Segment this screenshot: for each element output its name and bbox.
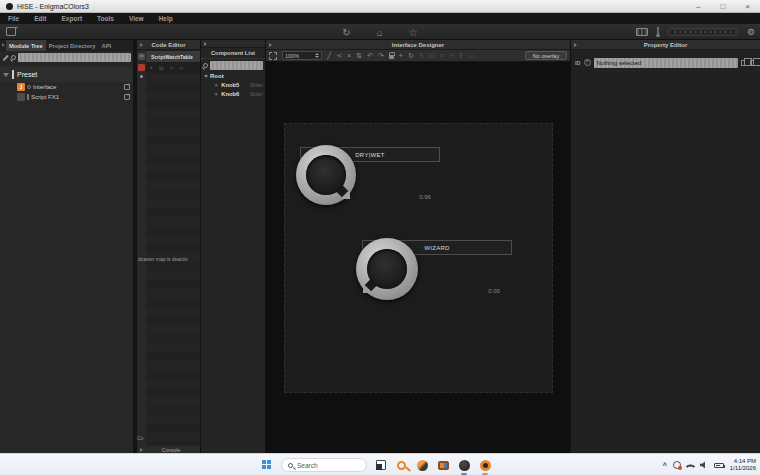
task-view-button[interactable] [376, 460, 386, 470]
tree-root[interactable]: Root [201, 72, 265, 80]
popout-icon[interactable] [124, 84, 130, 90]
paste-icon[interactable] [750, 60, 756, 66]
tab-module-tree[interactable]: Module Tree [6, 40, 46, 51]
taskbar-search[interactable]: Search [281, 458, 367, 472]
component-name: Knob5 [221, 82, 239, 88]
tab-script-watch-table[interactable]: ScriptWatchTable [146, 51, 200, 62]
help-icon[interactable]: ? [584, 59, 591, 66]
component-type: Slider [250, 82, 265, 88]
battery-icon[interactable] [714, 463, 724, 468]
grid-icon[interactable]: ⊞ [159, 64, 164, 71]
preset-label: Preset [17, 71, 37, 78]
stepper-icon[interactable] [315, 53, 319, 58]
sync-alert-icon[interactable] [673, 461, 681, 469]
console-header[interactable]: Console [137, 446, 205, 453]
new-layout-icon[interactable] [6, 27, 16, 36]
refresh-icon[interactable]: ↻ [342, 27, 350, 38]
title-bar: HISE - EnigmaCOlors3 – □ × [0, 0, 760, 13]
collapse-icon[interactable] [2, 43, 5, 47]
knob-wizard[interactable] [356, 238, 418, 300]
delete-icon[interactable]: × [347, 50, 351, 62]
code-editor-title: Code Editor [152, 42, 186, 48]
maximize-button[interactable]: □ [720, 0, 725, 13]
main-toolbar: ↻ ⌂ ☆ ⚙ [0, 24, 760, 40]
popout-icon[interactable] [124, 94, 130, 100]
module-search-input[interactable] [18, 53, 131, 62]
wifi-icon[interactable] [685, 462, 695, 472]
component-list-panel: Component List Root ✳ Knob5 Slider ✳ Kno… [200, 40, 265, 453]
tray-expand-icon[interactable]: ^ [663, 462, 667, 469]
gear-icon[interactable]: ⚙ [747, 27, 755, 37]
clock-icon[interactable]: ◔ [149, 65, 153, 71]
move-icon[interactable]: ⇅ [356, 50, 362, 62]
rotate-icon[interactable]: ↻ [408, 50, 414, 62]
taskbar-app-files[interactable] [437, 459, 449, 471]
align-top-icon[interactable]: Ш [428, 50, 434, 62]
module-item-script-fx[interactable]: Script FX1 [17, 92, 130, 102]
collapse-icon[interactable] [140, 43, 143, 47]
copy-icon[interactable] [741, 60, 747, 66]
bypass-icon[interactable] [27, 85, 31, 89]
preset-row[interactable]: Preset [0, 67, 133, 82]
align-rows-icon[interactable]: ≡ [440, 50, 444, 62]
menu-export[interactable]: Export [61, 15, 82, 22]
taskbar-app-disc[interactable] [416, 459, 428, 471]
error-icon[interactable] [138, 64, 145, 71]
script-file-icon[interactable]: sh [138, 53, 145, 60]
clock-time: 4:14 PM [730, 458, 756, 465]
chevron-down-icon[interactable] [204, 75, 208, 78]
zoom-select[interactable]: 100% [282, 51, 322, 60]
clock-date: 1/11/2026 [730, 465, 756, 472]
close-button[interactable]: × [745, 0, 750, 13]
designer-canvas[interactable]: DRY|WET 0.96 WIZARD 0.00 [266, 62, 570, 453]
menu-view[interactable]: View [129, 15, 144, 22]
search-placeholder: Search [297, 462, 318, 469]
menu-help[interactable]: Help [159, 15, 173, 22]
component-list-collapse-bar[interactable] [201, 40, 265, 48]
clear-icon[interactable]: × [170, 65, 174, 71]
star-icon[interactable]: ☆ [409, 27, 418, 38]
chevron-down-icon[interactable] [3, 73, 9, 77]
collapse-icon[interactable] [140, 448, 143, 452]
taskbar-app-key[interactable] [395, 459, 407, 471]
undo-icon[interactable]: ↶ [367, 50, 373, 62]
collapse-icon[interactable] [574, 43, 577, 47]
component-row-knob6[interactable]: ✳ Knob6 Slider [201, 89, 265, 98]
distribute-v-icon[interactable]: Ⅱ [459, 50, 462, 62]
link-icon[interactable]: ∞ [179, 65, 183, 71]
align-left-icon[interactable]: Ǝ [419, 50, 424, 62]
volume-icon[interactable] [700, 461, 708, 469]
collapse-icon[interactable] [269, 43, 272, 47]
taskbar-clock[interactable]: 4:14 PM 1/11/2026 [730, 458, 756, 472]
tab-api[interactable]: API [99, 40, 115, 51]
component-search-input[interactable] [210, 61, 263, 70]
add-icon[interactable]: + [399, 50, 403, 62]
menu-edit[interactable]: Edit [34, 15, 46, 22]
knob-drywet[interactable] [296, 145, 356, 205]
tab-project-directory[interactable]: Project Directory [46, 40, 99, 51]
interface-canvas[interactable]: DRY|WET 0.96 WIZARD 0.00 [284, 123, 553, 393]
pencil-icon[interactable]: ╱ [327, 50, 331, 62]
distribute-h-icon[interactable]: H [449, 50, 454, 62]
redo-icon[interactable]: ↷ [378, 50, 384, 62]
overlay-select[interactable]: No overlay [525, 51, 567, 60]
taskbar-app-hise[interactable] [479, 459, 491, 471]
select-tool-icon[interactable] [269, 52, 277, 60]
start-button[interactable] [262, 460, 272, 470]
menu-file[interactable]: File [8, 15, 19, 22]
keyboard-icon[interactable] [636, 28, 648, 36]
component-list-title: Component List [201, 48, 265, 59]
module-item-interface[interactable]: J Interface [17, 82, 130, 92]
menu-tools[interactable]: Tools [97, 15, 114, 22]
connect-icon[interactable]: ≺ [336, 50, 342, 62]
taskbar-app-dark-circle[interactable] [458, 459, 470, 471]
home-icon[interactable]: ⌂ [377, 27, 383, 38]
selection-status-field[interactable]: Nothing selected [594, 58, 739, 68]
lock-icon[interactable] [389, 55, 394, 59]
collapse-icon[interactable] [204, 42, 207, 46]
component-row-knob5[interactable]: ✳ Knob5 Slider [201, 80, 265, 89]
group-icon[interactable]: ⊔ [467, 50, 472, 62]
designer-toolbar: 100% ╱ ≺ × ⇅ ↶ ↷ + ↻ Ǝ Ш ≡ H Ⅱ ⊔ No over [266, 50, 570, 62]
minimize-button[interactable]: – [696, 0, 700, 13]
edit-icon[interactable] [2, 54, 8, 60]
